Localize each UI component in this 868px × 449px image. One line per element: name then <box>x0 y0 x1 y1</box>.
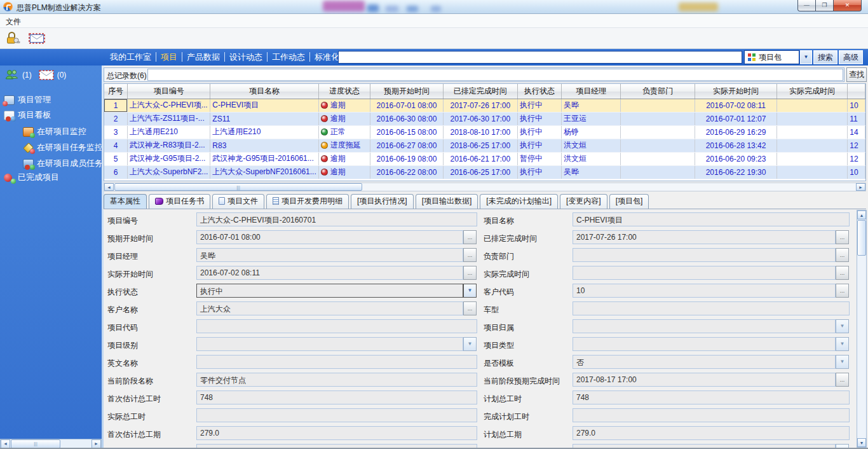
ellipsis-button[interactable]: ... <box>836 266 849 280</box>
scrollbar-thumb[interactable]: ||| <box>11 439 60 448</box>
form-field-left-9[interactable]: 零件交付节点 <box>196 373 477 387</box>
column-header-5[interactable]: 已排定完成时间 <box>443 84 517 99</box>
detail-tab-5[interactable]: [项目输出数据] <box>416 194 478 209</box>
mail-icon[interactable] <box>39 70 54 80</box>
form-field-left-5[interactable]: 上汽大众 <box>196 301 463 315</box>
scrollbar-track[interactable]: ||| <box>10 439 92 448</box>
form-field-right-12[interactable]: 279.0 <box>573 426 850 440</box>
scope-dropdown-button[interactable]: ▼ <box>800 50 812 64</box>
column-header-1[interactable]: 项目编号 <box>127 84 210 99</box>
ellipsis-button[interactable]: ... <box>836 248 849 262</box>
table-row[interactable]: 6上汽大众-SuperbNF2...上汽大众-SuperbNF2016061..… <box>104 165 865 179</box>
scroll-down-icon[interactable]: ▼ <box>857 438 866 447</box>
ellipsis-button[interactable]: ... <box>463 266 477 280</box>
form-field-right-5[interactable] <box>573 301 850 315</box>
minimize-button[interactable]: — <box>797 0 816 11</box>
ellipsis-button[interactable]: ... <box>836 284 849 298</box>
sidebar-item-2[interactable]: 在研项目监控 <box>0 125 102 139</box>
form-field-left-4[interactable]: 执行中 <box>196 284 463 298</box>
form-vscrollbar[interactable]: ▲ ▼ <box>857 210 867 448</box>
nav-tab-3[interactable]: 设计动态 <box>225 52 268 62</box>
ellipsis-button[interactable]: ... <box>836 373 849 387</box>
dropdown-button[interactable]: ▼ <box>836 355 849 369</box>
table-hscrollbar[interactable]: ◄ ||| ► <box>104 183 866 191</box>
records-filter-input[interactable] <box>147 69 843 81</box>
form-field-right-1[interactable]: 2017-07-26 17:00 <box>573 230 836 244</box>
close-button[interactable]: ✕ <box>833 0 862 11</box>
table-row[interactable]: 3上汽通用E210上汽通用E210正常2016-06-15 08:002018-… <box>104 125 865 139</box>
form-field-left-8[interactable] <box>196 355 477 369</box>
form-field-left-6[interactable] <box>196 319 477 333</box>
sidebar-item-1[interactable]: 项目看板 <box>0 108 102 122</box>
column-header-4[interactable]: 预期开始时间 <box>370 84 443 99</box>
column-header-7[interactable]: 项目经理 <box>562 84 621 99</box>
column-header-8[interactable]: 负责部门 <box>621 84 695 99</box>
detail-tab-0[interactable]: 基本属性 <box>104 194 147 209</box>
form-field-right-9[interactable]: 2017-08-17 17:00 <box>573 373 836 387</box>
ellipsis-button[interactable]: ... <box>463 248 477 262</box>
dropdown-button[interactable]: ▼ <box>836 337 849 351</box>
column-header-3[interactable]: 进度状态 <box>318 84 370 99</box>
detail-tab-6[interactable]: [未完成的计划输出] <box>480 194 558 209</box>
form-field-right-4[interactable]: 10 <box>573 284 836 298</box>
form-field-right-10[interactable]: 748 <box>573 390 850 404</box>
advanced-search-button[interactable]: 高级 <box>839 50 863 64</box>
scroll-left-icon[interactable]: ◄ <box>104 183 114 191</box>
ellipsis-button[interactable]: ... <box>463 301 477 315</box>
form-field-left-12[interactable]: 279.0 <box>196 426 477 440</box>
detail-tab-4[interactable]: [项目执行情况] <box>351 194 414 209</box>
scroll-right-icon[interactable]: ► <box>92 439 101 448</box>
table-row[interactable]: 2上汽汽车-ZS11项目-...ZS11逾期2016-06-30 08:0020… <box>104 112 865 125</box>
form-field-right-8[interactable]: 否 <box>573 355 836 369</box>
scrollbar-thumb[interactable]: ||| <box>114 183 362 191</box>
find-button[interactable]: 查找 <box>846 67 867 82</box>
form-field-right-3[interactable] <box>573 266 836 280</box>
form-field-left-0[interactable]: 上汽大众-C-PHEVI项目-20160701 <box>196 212 477 226</box>
nav-tab-0[interactable]: 我的工作室 <box>105 52 156 62</box>
detail-tab-2[interactable]: 项目文件 <box>212 194 264 209</box>
nav-tab-2[interactable]: 产品数据 <box>182 52 225 62</box>
detail-tab-3[interactable]: 项目开发费用明细 <box>266 194 349 209</box>
form-field-right-0[interactable]: C-PHEVI项目 <box>573 212 850 226</box>
form-field-left-10[interactable]: 748 <box>196 390 477 404</box>
form-field-right-11[interactable] <box>573 408 850 422</box>
form-field-left-11[interactable] <box>196 408 477 422</box>
detail-tab-8[interactable]: [项目包] <box>609 194 649 209</box>
scrollbar-track[interactable]: ||| <box>114 183 856 191</box>
table-row[interactable]: 5武汉神龙-G95项目-2...武汉神龙-G95项目-2016061...逾期2… <box>104 152 865 165</box>
table-row[interactable]: 1上汽大众-C-PHEVI项...C-PHEVI项目逾期2016-07-01 0… <box>104 99 865 112</box>
ellipsis-button[interactable]: ... <box>836 230 849 244</box>
form-field-right-7[interactable] <box>573 337 836 351</box>
form-field-left-7[interactable] <box>196 337 463 351</box>
sidebar-item-4[interactable]: 在研项目成员任务监控 <box>0 156 102 170</box>
users-icon[interactable] <box>4 69 19 80</box>
nav-tab-1[interactable]: 项目 <box>156 52 182 62</box>
detail-tab-1[interactable]: 项目任务书 <box>149 194 210 209</box>
detail-tab-7[interactable]: [变更内容] <box>560 194 607 209</box>
form-field-right-2[interactable] <box>573 248 836 262</box>
menu-item-file[interactable]: 文件 <box>6 17 21 27</box>
scrollbar-thumb[interactable] <box>857 220 866 256</box>
form-field-left-2[interactable]: 吴晔 <box>196 248 463 262</box>
column-header-10[interactable]: 实际完成时间 <box>776 84 847 99</box>
lock-icon[interactable] <box>4 30 23 47</box>
global-search-input[interactable] <box>338 51 742 64</box>
form-field-right-6[interactable] <box>573 319 836 333</box>
sidebar-item-3[interactable]: 在研项目任务监控 <box>0 141 102 155</box>
dropdown-button[interactable]: ▼ <box>836 319 849 333</box>
sidebar-item-5[interactable]: 已完成项目 <box>0 170 102 184</box>
search-scope-combo[interactable]: 项目包 <box>744 50 799 64</box>
ellipsis-button[interactable]: ... <box>463 230 477 244</box>
column-header-6[interactable]: 执行状态 <box>517 84 561 99</box>
sidebar-item-0[interactable]: 项目管理 <box>0 93 102 107</box>
column-header-2[interactable]: 项目名称 <box>210 84 318 99</box>
form-field-left-3[interactable]: 2016-07-02 08:11 <box>196 266 463 280</box>
column-header-0[interactable]: 序号 <box>104 84 127 99</box>
column-header-11[interactable] <box>848 84 865 99</box>
search-button[interactable]: 搜索 <box>813 50 837 64</box>
scroll-left-icon[interactable]: ◄ <box>1 439 10 448</box>
restore-button[interactable]: ❐ <box>816 0 833 11</box>
nav-tab-4[interactable]: 工作动态 <box>268 52 310 62</box>
mail-icon[interactable] <box>28 30 47 47</box>
form-field-left-1[interactable]: 2016-07-01 08:00 <box>196 230 463 244</box>
